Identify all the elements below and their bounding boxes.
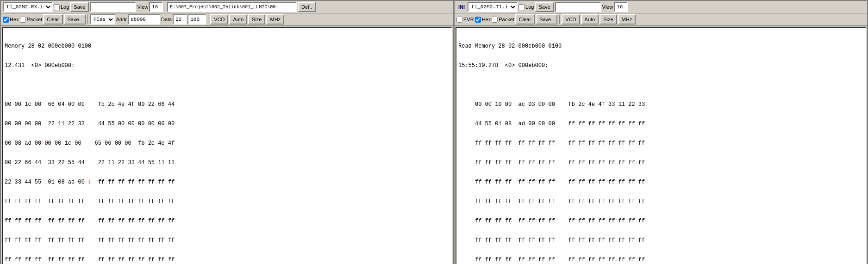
- right-vcd-button[interactable]: VCD: [562, 14, 580, 25]
- right-save-button[interactable]: Save: [535, 2, 554, 12]
- left-data-row-4: 22 33 44 55 01 08 ad 00 ↑ ff ff ff ff ff…: [5, 179, 449, 185]
- right-view-label: View: [602, 4, 613, 10]
- left-clear-button[interactable]: Clear: [43, 14, 62, 25]
- left-data-row-8: ff ff ff ff ff ff ff ff ff ff ff ff ff f…: [5, 257, 449, 263]
- left-console-line1: Memory 28 02 000eb000 0100: [5, 43, 449, 49]
- left-data-row-6: ff ff ff ff ff ff ff ff ff ff ff ff ff f…: [5, 218, 449, 224]
- left-packet-checkbox[interactable]: [20, 17, 26, 23]
- right-ini-label: INI: [456, 4, 467, 10]
- left-data-row-7: ff ff ff ff ff ff ff ff ff ff ff ff ff f…: [5, 237, 449, 244]
- left-log-checkbox-label[interactable]: Log: [54, 4, 69, 10]
- left-unnamed-input[interactable]: [90, 2, 136, 12]
- left-flash-select[interactable]: Flash: [90, 14, 115, 25]
- left-save-button[interactable]: Save: [70, 2, 89, 12]
- right-log-label[interactable]: Log: [518, 4, 534, 10]
- right-toolbar-row1: INI tl_02M2-T1.i Log Save View: [455, 1, 867, 13]
- left-data-label: Data: [161, 17, 172, 22]
- left-device-select[interactable]: tl_02M2-RX.i: [3, 2, 53, 12]
- right-mhz-button[interactable]: MHz: [618, 14, 636, 25]
- right-console-line2: 15:55:19.278 <0> 000eb000:: [458, 62, 863, 69]
- separator2: [87, 15, 88, 24]
- left-packet-label[interactable]: Packet: [20, 17, 43, 23]
- left-addr-label: Addr: [116, 17, 127, 22]
- left-panel: tl_02M2-RX.i Log Save View Def.. Hex Pac…: [0, 0, 454, 264]
- left-vcd-button[interactable]: VCD: [210, 14, 228, 25]
- right-hex-label[interactable]: Hex: [475, 17, 491, 23]
- left-auto-button[interactable]: Auto: [229, 14, 247, 25]
- right-data-row-6: ff ff ff ff ff ff ff ff ff ff ff ff ff f…: [458, 218, 863, 224]
- left-mhz-button[interactable]: MHz: [266, 14, 284, 25]
- left-log-checkbox[interactable]: [54, 4, 60, 10]
- left-data-row-5: ff ff ff ff ff ff ff ff ff ff ff ff ff f…: [5, 198, 449, 205]
- left-hex-label[interactable]: Hex: [3, 17, 19, 23]
- right-data-row-3: ff ff ff ff ff ff ff ff ff ff ff ff ff f…: [458, 160, 863, 166]
- right-size-button[interactable]: Size: [599, 14, 617, 25]
- right-data-row-0: 00 00 10 00 ac 03 00 00 fb 2c 4e 4f 33 1…: [458, 101, 863, 108]
- left-console-blank: [5, 82, 449, 88]
- right-save-dot-button[interactable]: Save..: [536, 14, 557, 25]
- right-toolbar-row2: EVR Hex Packet Clear Save.. VCD Auto Siz…: [455, 13, 867, 26]
- right-data-row-8: ff ff ff ff ff ff ff ff ff ff ff ff ff f…: [458, 257, 863, 263]
- right-view-input[interactable]: [614, 2, 628, 12]
- right-panel: INI tl_02M2-T1.i Log Save View EVR Hex P…: [454, 0, 868, 264]
- left-data-row-3: 00 22 66 44 33 22 55 44 22 11 22 33 44 5…: [5, 160, 449, 166]
- right-data-row-7: ff ff ff ff ff ff ff ff ff ff ff ff ff f…: [458, 237, 863, 244]
- right-console-line1: Read Memory 28 02 000eb000 0100: [458, 43, 863, 49]
- right-hex-checkbox[interactable]: [475, 17, 481, 23]
- left-def-button[interactable]: Def..: [298, 2, 316, 12]
- right-data-row-4: ff ff ff ff ff ff ff ff ff ff ff ff ff f…: [458, 179, 863, 185]
- separator1: [165, 2, 165, 12]
- right-evr-label[interactable]: EVR: [456, 17, 474, 23]
- left-data-row-1: 00 00 00 00 22 11 22 33 44 55 00 00 00 0…: [5, 121, 449, 127]
- left-hex-checkbox[interactable]: [3, 17, 9, 23]
- left-addr-input[interactable]: [128, 14, 160, 25]
- left-num-input[interactable]: [187, 14, 206, 25]
- right-device-select[interactable]: tl_02M2-T1.i: [468, 2, 518, 12]
- right-data-row-2: ff ff ff ff ff ff ff ff ff ff ff ff ff f…: [458, 140, 863, 147]
- left-toolbar-row1: tl_02M2-RX.i Log Save View Def..: [1, 1, 453, 13]
- right-clear-button[interactable]: Clear: [515, 14, 535, 25]
- right-packet-checkbox[interactable]: [492, 17, 498, 23]
- right-data-row-1: 44 55 01 08 ad 00 00 00 ff ff ff ff ff f…: [458, 121, 863, 127]
- left-console-line2: 12.431 <0> 000eb000:: [5, 62, 449, 69]
- left-save-dot-button[interactable]: Save..: [64, 14, 86, 25]
- left-console: Memory 28 02 000eb000 0100 12.431 <0> 00…: [2, 27, 452, 264]
- left-toolbar-row2: Hex Packet Clear Save.. Flash Addr Data …: [1, 13, 453, 26]
- separator4: [559, 15, 560, 24]
- separator3: [208, 15, 208, 24]
- right-packet-label[interactable]: Packet: [492, 17, 514, 23]
- left-data-row-2: 00 08 ad 00↑00 00 1c 00 65 06 00 00 fb 2…: [5, 140, 449, 147]
- right-console-blank: [458, 82, 863, 88]
- right-evr-checkbox[interactable]: [456, 17, 462, 23]
- right-auto-button[interactable]: Auto: [581, 14, 599, 25]
- left-size-button[interactable]: Size: [248, 14, 265, 25]
- right-data-row-5: ff ff ff ff ff ff ff ff ff ff ff ff ff f…: [458, 198, 863, 205]
- left-data-row-0: 00 00 1c 00 66 04 00 00 fb 2c 4e 4f 00 2…: [5, 101, 449, 108]
- left-path-input[interactable]: [167, 2, 297, 12]
- right-log-checkbox[interactable]: [518, 4, 525, 10]
- right-console: Read Memory 28 02 000eb000 0100 15:55:19…: [456, 27, 866, 264]
- left-view-input[interactable]: [149, 2, 163, 12]
- left-data-input[interactable]: [173, 14, 187, 25]
- left-view-label: View: [137, 4, 148, 10]
- right-unnamed-input[interactable]: [555, 2, 601, 12]
